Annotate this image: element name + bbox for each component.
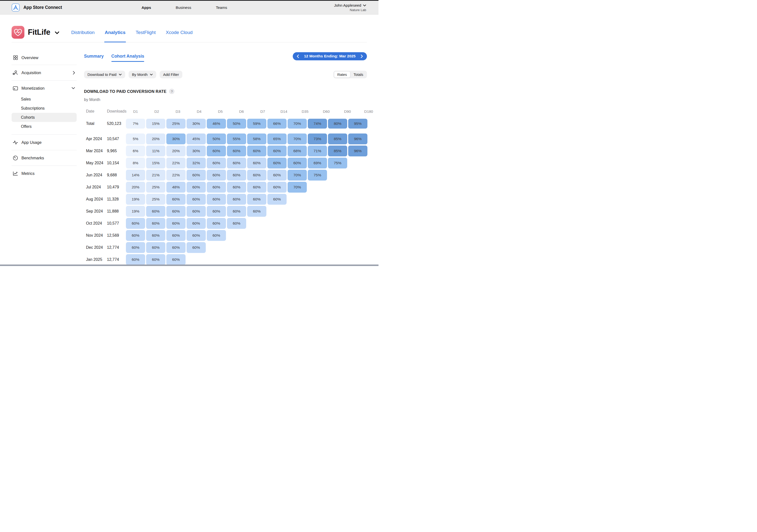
sidebar-item-label: Benchmarks [21, 156, 44, 160]
cohort-cell: 50% [227, 119, 246, 129]
cohort-cell: 70% [288, 182, 307, 192]
column-header-day: D35 [295, 109, 315, 113]
tab-xcode-cloud[interactable]: Xcode Cloud [166, 26, 193, 40]
cohort-cell: 60% [126, 230, 145, 241]
user-menu[interactable]: John Appleseed Nature Lab [334, 3, 366, 12]
sidebar-item-monetization[interactable]: Monetization [12, 82, 76, 94]
row-cells: 60%60%60%60%60%60% [126, 218, 246, 229]
tab-analytics[interactable]: Analytics [105, 26, 125, 40]
sidebar-item-label: Overview [21, 55, 39, 60]
app-switcher[interactable]: FitLife [12, 26, 59, 39]
metric-dropdown[interactable]: Download to Paid [84, 71, 125, 78]
sidebar-item-app-usage[interactable]: App Usage [12, 136, 76, 148]
tab-distribution[interactable]: Distribution [71, 26, 95, 40]
sidebar-item-acquisition[interactable]: Acquisition [12, 67, 76, 78]
top-bar: App Store Connect Apps Business Teams Jo… [0, 0, 378, 15]
sidebar-subitem-label: Offers [21, 124, 32, 129]
cohort-row: Oct 202410,57760%60%60%60%60%60% [84, 218, 367, 229]
toggle-totals[interactable]: Totals [350, 71, 366, 78]
sidebar-subitem-label: Cohorts [21, 115, 35, 120]
cohort-cell: 85% [328, 133, 347, 144]
cohort-cell: 21% [146, 170, 166, 181]
cohort-table: DateDownloadsD1D2D3D4D5D6D7D14D35D60D90D… [84, 108, 367, 266]
cohort-cell: 70% [288, 119, 307, 129]
tab-summary[interactable]: Summary [84, 52, 104, 61]
cohort-cell: 71% [308, 146, 327, 156]
sidebar-divider [12, 165, 76, 166]
cohort-cell: 15% [146, 119, 166, 129]
sidebar-divider [12, 150, 76, 150]
cohort-cell: 70% [288, 170, 307, 181]
user-org: Nature Lab [334, 8, 366, 12]
row-cells: 60%60%60%60% [126, 242, 206, 253]
chevron-left-icon[interactable] [297, 54, 299, 58]
person-add-icon [13, 70, 18, 75]
sidebar-divider [12, 134, 76, 135]
row-cells: 8%15%22%32%60%60%60%60%60%69%75% [126, 158, 347, 168]
add-filter-button[interactable]: Add Filter [160, 71, 182, 78]
cohort-cell: 60% [267, 158, 287, 168]
column-headers-days: D1D2D3D4D5D6D7D14D35D60D90D180 [126, 109, 378, 113]
row-date: Dec 2024 [84, 245, 105, 250]
filter-row: Download to Paid By Month Add Filter Rat… [84, 71, 367, 78]
date-range-label: 12 Months Ending: Mar 2025 [304, 54, 355, 58]
app-store-connect-icon[interactable] [12, 3, 20, 12]
cohort-cell: 60% [146, 230, 166, 241]
sidebar-item-sales[interactable]: Sales [12, 95, 76, 104]
cohort-cell: 60% [146, 206, 166, 217]
cohort-cell: 74% [308, 119, 327, 129]
cohort-cell: 15% [146, 158, 166, 168]
nav-apps[interactable]: Apps [141, 5, 151, 10]
cohort-row: Nov 202412,56960%60%60%60%60% [84, 230, 367, 241]
cohort-cell: 46% [207, 119, 226, 129]
section-title: DOWNLOAD TO PAID CONVERSION RATE [84, 89, 166, 94]
cohort-cell: 25% [166, 119, 186, 129]
cohort-row: May 202410,1548%15%22%32%60%60%60%60%60%… [84, 158, 367, 168]
cohort-cell: 66% [267, 119, 287, 129]
cohort-cell: 60% [146, 242, 166, 253]
row-date: Apr 2024 [84, 137, 105, 141]
tab-testflight[interactable]: TestFlight [136, 26, 156, 40]
cohort-cell: 70% [288, 133, 307, 144]
cohort-table-header: DateDownloadsD1D2D3D4D5D6D7D14D35D60D90D… [84, 108, 367, 114]
sidebar-item-overview[interactable]: Overview [12, 52, 76, 63]
sidebar-item-cohorts[interactable]: Cohorts [12, 113, 76, 122]
sidebar-item-metrics[interactable]: Metrics [12, 167, 76, 179]
cohort-cell: 20% [146, 133, 166, 144]
sidebar-item-subscriptions[interactable]: Subscriptions [12, 104, 76, 113]
granularity-dropdown[interactable]: By Month [129, 71, 156, 78]
cohort-cell: 60% [207, 158, 226, 168]
help-icon[interactable]: ? [169, 89, 174, 94]
row-downloads: 11,328 [105, 197, 126, 201]
sidebar-item-benchmarks[interactable]: Benchmarks [12, 152, 76, 164]
row-date: May 2024 [84, 161, 105, 165]
cohort-cell: 60% [207, 230, 226, 241]
date-range-picker[interactable]: 12 Months Ending: Mar 2025 [293, 52, 367, 60]
sidebar: Overview Acquisition [12, 46, 76, 179]
metric-dropdown-label: Download to Paid [87, 73, 117, 76]
sidebar-item-offers[interactable]: Offers [12, 122, 76, 131]
tab-cohort-analysis[interactable]: Cohort Analysis [111, 52, 144, 61]
granularity-dropdown-label: By Month [132, 73, 148, 76]
column-header-day: D180 [359, 109, 378, 113]
cohort-cell: 68% [288, 146, 307, 156]
column-header-day: D90 [338, 109, 357, 113]
row-downloads: 12,569 [105, 233, 126, 238]
chevron-right-icon[interactable] [361, 54, 363, 58]
cohort-cell: 22% [166, 158, 186, 168]
row-downloads: 12,774 [105, 257, 126, 262]
row-cells: 5%20%30%45%50%55%58%65%70%73%85%96% [126, 133, 367, 144]
nav-business[interactable]: Business [176, 5, 191, 10]
cohort-row: Jan 202512,77460%60%60% [84, 254, 367, 265]
toggle-rates[interactable]: Rates [334, 71, 350, 78]
nav-teams[interactable]: Teams [216, 5, 227, 10]
cohort-cell: 60% [247, 206, 266, 217]
app-header: FitLife Distribution Analytics TestFligh… [12, 26, 367, 43]
column-header-day: D7 [253, 109, 272, 113]
cohort-cell: 60% [227, 206, 246, 217]
cohort-row: Jun 20249,68814%21%22%60%60%60%60%60%70%… [84, 170, 367, 181]
row-date: Mar 2024 [84, 149, 105, 153]
cohort-row: Jul 202410,47920%25%48%60%60%60%60%60%70… [84, 182, 367, 192]
cohort-cell: 60% [187, 230, 206, 241]
add-filter-label: Add Filter [163, 73, 179, 76]
